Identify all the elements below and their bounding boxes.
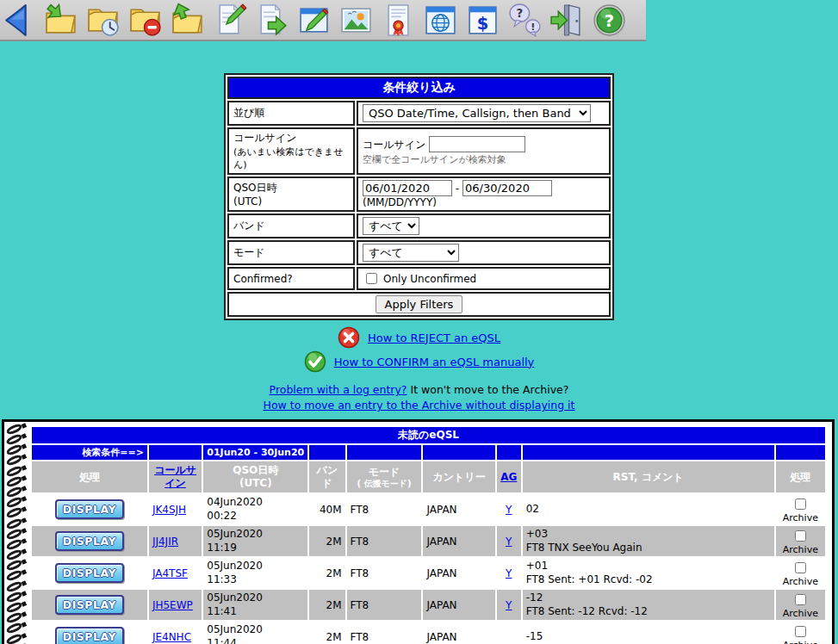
callsign-hint: 空欄で全コールサインが検索対象: [363, 153, 605, 166]
col-header-qso: QSO日時 (UTC): [203, 461, 307, 492]
doc-forward-icon[interactable]: [254, 3, 289, 38]
toolbar: $?!?: [0, 0, 646, 41]
callsign-link[interactable]: JH5EWP: [152, 599, 193, 611]
doc-edit-icon[interactable]: [212, 3, 247, 38]
dollar-icon[interactable]: $: [465, 3, 500, 38]
sort-select[interactable]: QSO Date/Time, Callsign, then Band: [363, 104, 591, 122]
country-cell: JAPAN: [423, 590, 494, 620]
band-label: バンド: [227, 214, 355, 238]
eqsl-row: DISPLAYJK4SJH04Jun202000:2240MFT8JAPANY0…: [32, 494, 825, 524]
eqsl-row: DISPLAYJJ4JIR05Jun202011:192MFT8JAPANY+0…: [32, 526, 825, 556]
ag-cell: Y: [497, 526, 521, 556]
rst-comment-cell: -12FT8 Sent: -12 Rcvd: -12: [523, 590, 774, 620]
rst-comment-cell: +01FT8 Sent: +01 Rcvd: -02: [523, 558, 774, 588]
svg-text:?: ?: [516, 7, 523, 20]
only-unconfirmed-label: Only Unconfirmed: [383, 273, 476, 285]
archive-label: Archive: [779, 640, 822, 644]
spiral-coil: [5, 632, 23, 644]
band-cell: 2M: [309, 622, 345, 644]
mode-select[interactable]: すべて: [363, 244, 459, 262]
col-header-callsign-link[interactable]: コールサイン: [154, 464, 196, 489]
date-to-input[interactable]: [462, 180, 552, 196]
ag-cell: Y: [497, 494, 521, 524]
ag-link[interactable]: Y: [506, 599, 512, 611]
qso-time: 11:44: [207, 637, 304, 644]
rst-value: -12: [526, 591, 771, 605]
image-icon[interactable]: [338, 3, 374, 38]
only-unconfirmed-checkbox[interactable]: [366, 273, 377, 284]
callsign-link[interactable]: JE4NHC: [152, 631, 191, 643]
callsign-cell: JK4SJH: [149, 494, 202, 524]
display-button[interactable]: DISPLAY: [55, 563, 124, 583]
how-to-confirm-link[interactable]: How to CONFIRM an eQSL manually: [334, 356, 535, 368]
archive-checkbox[interactable]: [795, 562, 806, 573]
folder-out-icon[interactable]: [170, 3, 205, 38]
back-icon[interactable]: [1, 3, 36, 38]
archive-label: Archive: [779, 512, 822, 523]
apply-filters-button[interactable]: Apply Filters: [376, 295, 463, 313]
folder-in-icon[interactable]: [43, 3, 78, 38]
eqsl-row: DISPLAYJE4NHC05Jun202011:442MFT8JAPAN-15…: [32, 622, 825, 644]
rst-value: -15: [526, 630, 771, 644]
display-button[interactable]: DISPLAY: [55, 531, 124, 551]
spiral-binding: [4, 422, 30, 644]
spiral-coil: [5, 485, 23, 498]
rst-value: +01: [526, 560, 771, 573]
col-header-ag-link[interactable]: AG: [500, 471, 517, 483]
folder-delete-icon[interactable]: [127, 3, 163, 38]
ag-link[interactable]: Y: [506, 536, 512, 548]
country-cell: JAPAN: [423, 558, 494, 588]
date-from-input[interactable]: [363, 180, 452, 196]
ag-link[interactable]: Y: [506, 504, 512, 516]
band-select[interactable]: すべて: [363, 217, 419, 235]
display-button[interactable]: DISPLAY: [55, 627, 124, 644]
callsign-label: コールサイン: [233, 131, 349, 146]
archive-checkbox[interactable]: [795, 530, 806, 542]
display-button[interactable]: DISPLAY: [55, 499, 124, 519]
eqsl-row: DISPLAYJA4TSF05Jun202011:332MFT8JAPANY+0…: [32, 558, 825, 588]
eqsl-row: DISPLAYJH5EWP05Jun202011:412MFT8JAPANY-1…: [32, 590, 825, 620]
band-cell: 40M: [309, 494, 345, 524]
certificate-icon[interactable]: [381, 3, 416, 38]
rst-comment-cell: 02: [523, 494, 774, 524]
faq-icon[interactable]: ?!: [507, 3, 543, 38]
archive-checkbox[interactable]: [795, 626, 806, 637]
comment-text: FT8 TNX SeeYou Again: [526, 542, 771, 555]
window-edit-icon[interactable]: [296, 3, 332, 38]
date-format-note: (MM/DD/YYYY): [363, 196, 437, 208]
globe-icon[interactable]: [423, 3, 458, 38]
band-cell: 2M: [309, 590, 345, 620]
mode-cell: FT8: [347, 526, 422, 556]
folder-clock-icon[interactable]: [85, 3, 121, 38]
spiral-coil: [5, 422, 23, 436]
sort-label: 並び順: [227, 101, 355, 126]
ag-cell: Y: [497, 558, 521, 588]
archive-checkbox[interactable]: [795, 594, 806, 605]
inbox-panel: 未読のeQSL 検索条件==> 01Jun20 - 30Jun20 処理 コール…: [2, 419, 835, 644]
spiral-coil: [5, 622, 23, 635]
confirm-check-icon: [304, 350, 326, 373]
callsign-link[interactable]: JK4SJH: [152, 504, 186, 516]
mode-cell: FT8: [347, 590, 422, 620]
spiral-coil: [5, 590, 23, 604]
rst-comment-cell: +03FT8 TNX SeeYou Again: [523, 526, 774, 556]
problem-log-entry-text: It won't move to the Archive?: [407, 383, 568, 396]
eqsl-table: 未読のeQSL 検索条件==> 01Jun20 - 30Jun20 処理 コール…: [30, 425, 827, 644]
callsign-link[interactable]: JA4TSF: [152, 567, 188, 579]
qso-datetime-cell: 05Jun202011:33: [203, 558, 307, 588]
callsign-cell: JE4NHC: [149, 622, 202, 644]
date-separator: -: [456, 183, 459, 195]
move-to-archive-link[interactable]: How to move an entry to the Archive with…: [263, 399, 574, 412]
problem-log-entry-link[interactable]: Problem with a log entry?: [270, 383, 407, 396]
display-button[interactable]: DISPLAY: [55, 595, 124, 615]
callsign-cell: JJ4JIR: [149, 526, 202, 556]
help-icon[interactable]: ?: [592, 3, 627, 38]
ag-link[interactable]: Y: [506, 567, 512, 579]
callsign-input[interactable]: [429, 136, 525, 152]
callsign-link[interactable]: JJ4JIR: [152, 536, 178, 548]
archive-checkbox[interactable]: [795, 498, 806, 510]
how-to-reject-link[interactable]: How to REJECT an eQSL: [368, 331, 500, 344]
qso-date: 05Jun2020: [207, 623, 304, 637]
rst-value: 02: [526, 503, 771, 517]
exit-icon[interactable]: [549, 3, 585, 38]
